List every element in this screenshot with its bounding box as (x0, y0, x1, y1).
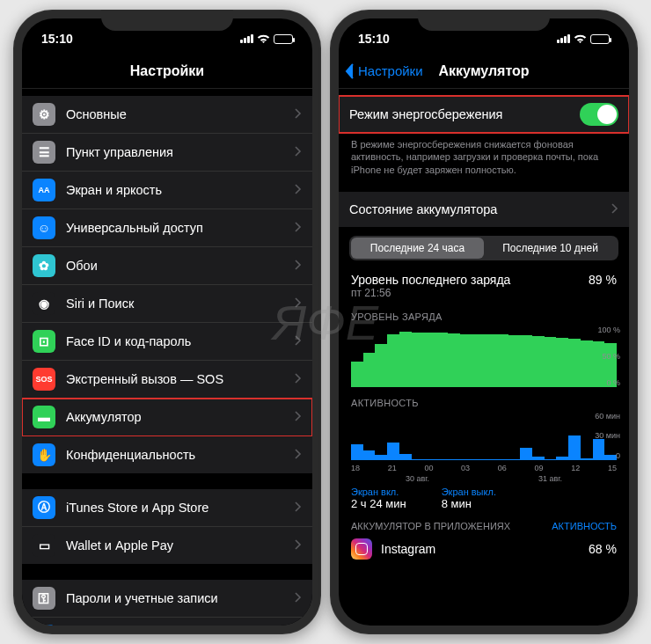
apps-section-header: АККУМУЛЯТОР В ПРИЛОЖЕНИЯХ АКТИВНОСТЬ (339, 514, 629, 533)
faceid-icon: ⊡ (33, 330, 55, 353)
row-label: Экстренный вызов — SOS (66, 372, 223, 386)
mail-icon: ✉︎ (33, 625, 55, 626)
last-charge-row: Уровень последнего заряда пт 21:56 89 % (339, 269, 629, 303)
battery-icon: ▬ (33, 406, 55, 428)
chevron-right-icon (295, 334, 302, 348)
chevron-right-icon (611, 202, 618, 216)
nav-bar: Настройки (22, 54, 312, 89)
row-label: Пункт управления (66, 145, 173, 159)
flower-icon: ✿ (33, 254, 55, 277)
screen-on-header: Экран вкл. (351, 487, 406, 497)
row-label: Face ID и код-пароль (66, 334, 191, 348)
signal-icon (557, 34, 570, 43)
seg-24h[interactable]: Последние 24 часа (351, 238, 484, 259)
chevron-right-icon (295, 372, 302, 386)
row-label: Основные (66, 107, 127, 121)
row-label: iTunes Store и App Store (66, 501, 208, 515)
page-title: Аккумулятор (438, 63, 529, 79)
nav-bar: Настройки Аккумулятор (339, 54, 629, 89)
settings-row-основные[interactable]: ⚙︎Основные (22, 96, 312, 134)
low-power-note: В режиме энергосбережения снижается фоно… (339, 133, 629, 176)
screen-off-header: Экран выкл. (442, 487, 496, 497)
siri-icon: ◉ (33, 292, 55, 315)
screen-off-value: 8 мин (442, 497, 496, 510)
back-label: Настройки (358, 63, 423, 78)
settings-row-пункт-управления[interactable]: ☰Пункт управления (22, 134, 312, 172)
last-charge-label: Уровень последнего заряда (351, 273, 510, 287)
chevron-right-icon (295, 296, 302, 311)
settings-row-аккумулятор[interactable]: ▬Аккумулятор (22, 399, 312, 436)
phone-left: 15:10 Настройки ⚙︎Основные☰Пункт управле… (13, 10, 321, 634)
appstore-icon: Ⓐ (33, 496, 55, 519)
notch (418, 10, 550, 31)
chevron-right-icon (295, 501, 302, 515)
settings-row-экстренный-вызов-sos[interactable]: SOSЭкстренный вызов — SOS (22, 361, 312, 399)
row-label: Универсальный доступ (66, 221, 203, 235)
chevron-right-icon (295, 145, 302, 159)
level-label: УРОВЕНЬ ЗАРЯДА (339, 303, 629, 324)
settings-row-face-id-и-код-пароль[interactable]: ⊡Face ID и код-пароль (22, 323, 312, 361)
low-power-label: Режим энергосбережения (349, 107, 502, 121)
hand-icon: ✋ (33, 443, 55, 466)
seg-10d[interactable]: Последние 10 дней (484, 238, 617, 259)
xaxis-dates: 30 авг.31 авг. (339, 474, 629, 483)
last-charge-time: пт 21:56 (351, 287, 510, 299)
last-charge-value: 89 % (589, 273, 617, 287)
wifi-icon (257, 34, 270, 44)
back-button[interactable]: Настройки (344, 54, 423, 88)
row-label: Пароли и учетные записи (66, 591, 218, 605)
activity-chart: 60 мин30 мин0 (351, 412, 617, 460)
low-power-mode-row[interactable]: Режим энергосбережения (339, 96, 629, 133)
key-icon: ⚿ (33, 587, 55, 610)
app-name: Instagram (381, 542, 435, 556)
battery-level-chart: 100 %50 %0 % (351, 326, 617, 387)
segmented-control[interactable]: Последние 24 часа Последние 10 дней (349, 236, 618, 260)
row-label: Аккумулятор (66, 410, 142, 424)
settings-row-пароли-и-учетные-записи[interactable]: ⚿Пароли и учетные записи (22, 580, 312, 618)
settings-row-wallet-и-apple-pay[interactable]: ▭Wallet и Apple Pay (22, 527, 312, 564)
screen-time-row: Экран вкл. 2 ч 24 мин Экран выкл. 8 мин (339, 483, 629, 514)
settings-row-обои[interactable]: ✿Обои (22, 247, 312, 285)
row-label: Конфиденциальность (66, 448, 195, 462)
settings-row-конфиденциальность[interactable]: ✋Конфиденциальность (22, 436, 312, 473)
battery-health-row[interactable]: Состояние аккумулятора (339, 192, 629, 227)
chevron-right-icon (295, 259, 302, 273)
chevron-right-icon (295, 448, 302, 462)
low-power-toggle[interactable] (580, 103, 618, 126)
row-label: Siri и Поиск (66, 296, 134, 311)
signal-icon (240, 34, 253, 43)
settings-row-почта[interactable]: ✉︎Почта (22, 618, 312, 626)
row-label: Wallet и Apple Pay (66, 538, 173, 553)
settings-row-экран-и-яркость[interactable]: AAЭкран и яркость (22, 172, 312, 209)
row-label: Экран и яркость (66, 183, 162, 197)
wallet-icon: ▭ (33, 534, 55, 557)
battery-icon (274, 34, 293, 44)
activity-label: АКТИВНОСТЬ (339, 389, 629, 410)
phone-right: 15:10 Настройки Аккумулятор Режим энерго… (330, 10, 638, 634)
battery-icon (590, 34, 610, 44)
chevron-right-icon (295, 410, 302, 424)
settings-list[interactable]: ⚙︎Основные☰Пункт управленияAAЭкран и ярк… (22, 89, 312, 626)
settings-row-siri-и-поиск[interactable]: ◉Siri и Поиск (22, 285, 312, 323)
chevron-right-icon (295, 183, 302, 197)
chevron-right-icon (295, 538, 302, 553)
chevron-right-icon (295, 107, 302, 121)
xaxis: 1821000306091215 (339, 462, 629, 474)
screen-on-value: 2 ч 24 мин (351, 497, 406, 510)
chevron-right-icon (295, 591, 302, 605)
apps-label: АККУМУЛЯТОР В ПРИЛОЖЕНИЯХ (351, 521, 510, 531)
instagram-icon (351, 538, 372, 560)
chevron-left-icon (344, 63, 355, 79)
status-time: 15:10 (41, 32, 73, 46)
wifi-icon (574, 34, 587, 44)
AA-icon: AA (33, 179, 55, 201)
activity-link[interactable]: АКТИВНОСТЬ (552, 521, 617, 531)
row-label: Обои (66, 259, 98, 273)
app-pct: 68 % (589, 542, 617, 556)
settings-row-itunes-store-и-app-store[interactable]: ⒶiTunes Store и App Store (22, 489, 312, 527)
gear-icon: ⚙︎ (33, 103, 55, 126)
app-row-instagram[interactable]: Instagram 68 % (339, 533, 629, 565)
chevron-right-icon (295, 221, 302, 235)
settings-row-универсальный-доступ[interactable]: ☺︎Универсальный доступ (22, 209, 312, 247)
switches-icon: ☰ (33, 141, 55, 164)
